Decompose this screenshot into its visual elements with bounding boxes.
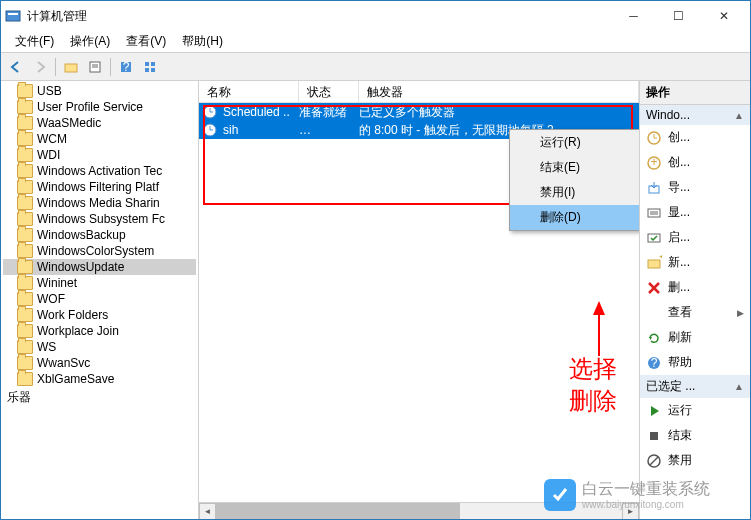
- folder-icon: [17, 100, 33, 114]
- tree-item-user-profile-service[interactable]: User Profile Service: [3, 99, 196, 115]
- menu-help[interactable]: 帮助(H): [174, 31, 231, 52]
- tree-item-windows-media-sharin[interactable]: Windows Media Sharin: [3, 195, 196, 211]
- tree-item-windows-activation-tec[interactable]: Windows Activation Tec: [3, 163, 196, 179]
- action-delete[interactable]: 删...: [640, 275, 750, 300]
- ctx-delete[interactable]: 删除(D): [510, 205, 640, 230]
- tree-label: User Profile Service: [37, 100, 143, 114]
- action-group-1-label: Windo...: [646, 108, 690, 122]
- col-header-name[interactable]: 名称: [199, 81, 299, 102]
- menu-file[interactable]: 文件(F): [7, 31, 62, 52]
- tree-item-wininet[interactable]: Wininet: [3, 275, 196, 291]
- action-enable[interactable]: 启...: [640, 225, 750, 250]
- action-end[interactable]: 结束: [640, 423, 750, 448]
- forward-button[interactable]: [29, 56, 51, 78]
- end-icon: [646, 428, 662, 444]
- tree-item-ws[interactable]: WS: [3, 339, 196, 355]
- action-refresh[interactable]: 刷新: [640, 325, 750, 350]
- folder-icon: [17, 324, 33, 338]
- tree-item-windowsbackup[interactable]: WindowsBackup: [3, 227, 196, 243]
- tree-label: WindowsColorSystem: [37, 244, 154, 258]
- task-row[interactable]: Scheduled ..准备就绪已定义多个触发器: [199, 103, 639, 121]
- action-clock-new[interactable]: +创...: [640, 150, 750, 175]
- folder-icon: [17, 180, 33, 194]
- folder-icon: [17, 308, 33, 322]
- tree-item-windowscolorsystem[interactable]: WindowsColorSystem: [3, 243, 196, 259]
- tree-item-workplace-join[interactable]: Workplace Join: [3, 323, 196, 339]
- svg-rect-9: [151, 62, 155, 66]
- scroll-left-button[interactable]: ◄: [199, 503, 216, 519]
- tree-item-xblgamesave[interactable]: XblGameSave: [3, 371, 196, 387]
- svg-text:+: +: [650, 155, 657, 169]
- action-view[interactable]: 查看▶: [640, 300, 750, 325]
- tree-item-usb[interactable]: USB: [3, 83, 196, 99]
- tree-label: Windows Activation Tec: [37, 164, 162, 178]
- toolbar: ?: [1, 53, 750, 81]
- tree-label: Windows Media Sharin: [37, 196, 160, 210]
- annotation-arrow: [579, 301, 619, 361]
- ctx-disable[interactable]: 禁用(I): [510, 180, 640, 205]
- tree-label: WaaSMedic: [37, 116, 101, 130]
- tree-label: WCM: [37, 132, 67, 146]
- close-button[interactable]: ✕: [701, 2, 746, 30]
- enable-icon: [646, 230, 662, 246]
- collapse-icon: ▲: [734, 381, 744, 392]
- tree-label: Windows Subsystem Fc: [37, 212, 165, 226]
- watermark-main: 白云一键重装系统: [582, 479, 710, 498]
- grid-button[interactable]: [139, 56, 161, 78]
- properties-button[interactable]: [84, 56, 106, 78]
- tree-item-wof[interactable]: WOF: [3, 291, 196, 307]
- tree-pane[interactable]: USBUser Profile ServiceWaaSMedicWCMWDIWi…: [1, 81, 199, 519]
- action-folder-new[interactable]: ✦新...: [640, 250, 750, 275]
- row-status: …: [299, 123, 359, 137]
- action-clock[interactable]: 创...: [640, 125, 750, 150]
- svg-text:✦: ✦: [658, 255, 662, 264]
- tree-item-wcm[interactable]: WCM: [3, 131, 196, 147]
- run-icon: [646, 403, 662, 419]
- action-group-2-label: 已选定 ...: [646, 378, 695, 395]
- tree-label: WindowsUpdate: [37, 260, 124, 274]
- row-name: sih: [221, 123, 299, 137]
- clock-icon: [203, 123, 217, 137]
- action-group-2[interactable]: 已选定 ... ▲: [640, 375, 750, 398]
- maximize-button[interactable]: ☐: [656, 2, 701, 30]
- col-header-trigger[interactable]: 触发器: [359, 81, 639, 102]
- menu-view[interactable]: 查看(V): [118, 31, 174, 52]
- action-show[interactable]: 显...: [640, 200, 750, 225]
- action-help[interactable]: ?帮助: [640, 350, 750, 375]
- import-icon: [646, 180, 662, 196]
- tree-label: Windows Filtering Platf: [37, 180, 159, 194]
- action-label: 运行: [668, 402, 744, 419]
- ctx-run[interactable]: 运行(R): [510, 130, 640, 155]
- minimize-button[interactable]: ─: [611, 2, 656, 30]
- tree-label: WS: [37, 340, 56, 354]
- folder-button[interactable]: [60, 56, 82, 78]
- help-button[interactable]: ?: [115, 56, 137, 78]
- ctx-end[interactable]: 结束(E): [510, 155, 640, 180]
- svg-text:?: ?: [123, 60, 130, 74]
- tree-item-work-folders[interactable]: Work Folders: [3, 307, 196, 323]
- tree-item-waasmedic[interactable]: WaaSMedic: [3, 115, 196, 131]
- action-import[interactable]: 导...: [640, 175, 750, 200]
- action-disable[interactable]: 禁用: [640, 448, 750, 473]
- back-button[interactable]: [5, 56, 27, 78]
- folder-icon: [17, 260, 33, 274]
- toolbar-separator: [110, 58, 111, 76]
- tree-item-windows-filtering-platf[interactable]: Windows Filtering Platf: [3, 179, 196, 195]
- tree-item-windowsupdate[interactable]: WindowsUpdate: [3, 259, 196, 275]
- tree-item-wwansvc[interactable]: WwanSvc: [3, 355, 196, 371]
- svg-rect-8: [145, 62, 149, 66]
- folder-icon: [17, 276, 33, 290]
- tree-item-wdi[interactable]: WDI: [3, 147, 196, 163]
- menu-action[interactable]: 操作(A): [62, 31, 118, 52]
- action-run[interactable]: 运行: [640, 398, 750, 423]
- watermark-text: 白云一键重装系统 www.baiyunxitong.com: [582, 479, 710, 510]
- col-header-status[interactable]: 状态: [299, 81, 359, 102]
- tree-item-windows-subsystem-fc[interactable]: Windows Subsystem Fc: [3, 211, 196, 227]
- folder-icon: [17, 244, 33, 258]
- watermark-sub: www.baiyunxitong.com: [582, 499, 710, 511]
- clock-icon: [203, 105, 217, 119]
- folder-icon: [17, 340, 33, 354]
- context-menu: 运行(R) 结束(E) 禁用(I) 删除(D): [509, 129, 640, 231]
- action-label: 启...: [668, 229, 744, 246]
- action-group-1[interactable]: Windo... ▲: [640, 105, 750, 125]
